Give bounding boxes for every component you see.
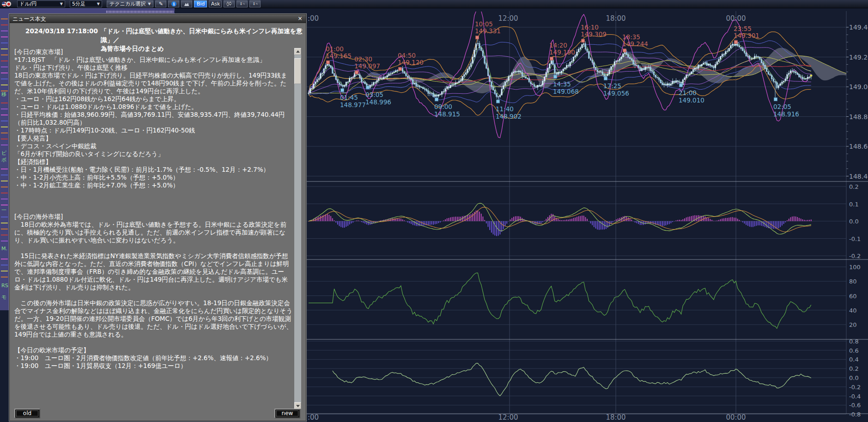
- svg-text:148.977: 148.977: [340, 101, 366, 109]
- old-news-button[interactable]: old: [14, 409, 40, 418]
- legend-color-sample: [1, 121, 8, 121]
- news-body-text: [今日の東京市場] *17:18JST 「ドル・円は底堅い値動きか、日米中銀にら…: [14, 48, 293, 408]
- pencil-icon: ✎: [159, 1, 163, 7]
- svg-text:149.056: 149.056: [603, 90, 629, 97]
- info-icon: i: [171, 1, 176, 6]
- currency-pair-label: ドル/円: [19, 0, 36, 7]
- svg-text:14:35: 14:35: [553, 80, 571, 88]
- svg-text:20: 20: [849, 321, 857, 328]
- svg-text:149.010: 149.010: [679, 96, 704, 104]
- svg-text:-0.2: -0.2: [849, 384, 861, 391]
- svg-text:149.165: 149.165: [326, 52, 352, 60]
- legend-indicator-label: RS: [1, 283, 8, 289]
- legend-color-sample: [1, 60, 8, 61]
- timeframe-label: 5分足: [72, 0, 85, 7]
- bid-label: Bid: [197, 1, 205, 7]
- legend-color-sample: [1, 66, 8, 67]
- legend-color-sample: [1, 84, 8, 85]
- legend-color-sample: [1, 277, 8, 277]
- legend-color-sample: [1, 109, 8, 109]
- svg-text:148.80: 148.80: [849, 113, 868, 121]
- legend-color-sample: [1, 36, 8, 37]
- mountain-chart-icon: [184, 1, 189, 7]
- zoom-in-icon: [256, 1, 258, 7]
- legend-color-sample: [1, 72, 8, 73]
- legend-color-sample: [1, 102, 8, 103]
- svg-text:148.996: 148.996: [365, 98, 391, 106]
- legend-color-sample: [1, 169, 8, 169]
- legend-color-sample: [1, 235, 8, 235]
- legend-color-sample: [1, 115, 8, 115]
- svg-text:03:05: 03:05: [365, 91, 383, 98]
- draw-tool-button[interactable]: ✎: [155, 0, 166, 7]
- svg-text:0.1: 0.1: [849, 201, 859, 208]
- news-window: ニュース本文 × 2024/03/18 17:18:00 「ドル・円は底堅い値動…: [9, 14, 306, 421]
- scroll-up-arrow-icon[interactable]: [294, 48, 301, 55]
- svg-text:149.190: 149.190: [549, 48, 575, 56]
- svg-text:23:55: 23:55: [734, 25, 752, 32]
- chart-toolbar: ドル/円▼ 5分足▼ テクニカル選択▼ ✎ i Bid Ask ↕ ↕: [0, 0, 868, 8]
- ask-label: Ask: [211, 1, 220, 7]
- close-icon[interactable]: ×: [297, 15, 303, 22]
- ask-toggle-button[interactable]: Ask: [209, 0, 222, 7]
- zoom-out-button[interactable]: ↕: [237, 0, 248, 7]
- svg-text:149.309: 149.309: [581, 30, 607, 38]
- svg-text:16:10: 16:10: [581, 24, 599, 31]
- legend-color-sample: [1, 127, 8, 127]
- svg-text:11:40: 11:40: [496, 105, 514, 113]
- svg-text:0.4: 0.4: [849, 356, 859, 363]
- legend-color-sample: [1, 229, 8, 229]
- legend-color-sample: [1, 30, 8, 31]
- svg-text:01:45: 01:45: [340, 94, 358, 101]
- currency-pair-select[interactable]: ドル/円▼: [17, 0, 65, 7]
- legend-color-sample: [1, 139, 8, 139]
- currency-flags-icon: [1, 1, 15, 7]
- svg-text:148.915: 148.915: [434, 110, 460, 118]
- vertical-arrows-icon: ↕: [239, 2, 243, 6]
- svg-text:02:05: 02:05: [773, 103, 791, 110]
- svg-text:-0.2: -0.2: [849, 253, 861, 259]
- legend-color-sample: [1, 145, 8, 145]
- news-window-titlebar[interactable]: ニュース本文 ×: [10, 14, 306, 23]
- news-headline-line1: 「ドル・円は底堅い値動きか、日米中銀にらみも米インフレ再加速を意識」／: [101, 27, 306, 44]
- svg-text:148.40: 148.40: [849, 173, 868, 180]
- svg-text:02:30: 02:30: [354, 55, 372, 63]
- chevron-down-icon: ▼: [97, 2, 100, 6]
- legend-indicator-label: 一: [1, 208, 6, 213]
- timeframe-select[interactable]: 5分足▼: [70, 0, 102, 7]
- svg-text:149.068: 149.068: [553, 88, 579, 95]
- legend-color-sample: [1, 18, 8, 19]
- svg-text:04:50: 04:50: [398, 52, 416, 59]
- svg-text:12:00: 12:00: [498, 14, 518, 23]
- svg-text:00:00: 00:00: [726, 14, 746, 23]
- legend-color-sample: [1, 175, 8, 175]
- zoom-out-icon: [243, 1, 245, 7]
- news-scrollbar[interactable]: [294, 48, 301, 409]
- chart-style-button[interactable]: [181, 0, 192, 7]
- svg-text:14:20: 14:20: [549, 42, 567, 49]
- technical-select-button[interactable]: テクニカル選択▼: [107, 0, 153, 7]
- bid-toggle-button[interactable]: Bid: [194, 0, 207, 7]
- svg-text:17:25: 17:25: [603, 82, 621, 90]
- tick-dots-decoration: [106, 11, 173, 13]
- legend-color-sample: [1, 24, 8, 25]
- svg-text:149.40: 149.40: [849, 24, 868, 31]
- svg-text:-0.6: -0.6: [849, 402, 861, 409]
- svg-text:0.0: 0.0: [849, 374, 859, 381]
- legend-indicator-label: 移: [1, 92, 6, 97]
- legend-color-sample: [1, 259, 8, 259]
- scrollbar-thumb[interactable]: [294, 58, 301, 84]
- svg-text:0.2: 0.2: [849, 365, 859, 372]
- new-news-button[interactable]: new: [274, 409, 300, 418]
- svg-text:100: 100: [849, 264, 861, 271]
- technical-select-label: テクニカル選択: [109, 0, 146, 7]
- legend-color-sample: [1, 78, 8, 79]
- svg-text:149.00: 149.00: [849, 83, 868, 90]
- scroll-down-arrow-icon[interactable]: [294, 402, 301, 409]
- candlestick-style-button[interactable]: [224, 0, 235, 7]
- svg-text:148.916: 148.916: [773, 110, 799, 118]
- svg-text:40: 40: [849, 307, 857, 314]
- info-button[interactable]: i: [168, 0, 179, 7]
- svg-text:12:00: 12:00: [498, 413, 518, 422]
- zoom-in-button[interactable]: ↕: [249, 0, 261, 7]
